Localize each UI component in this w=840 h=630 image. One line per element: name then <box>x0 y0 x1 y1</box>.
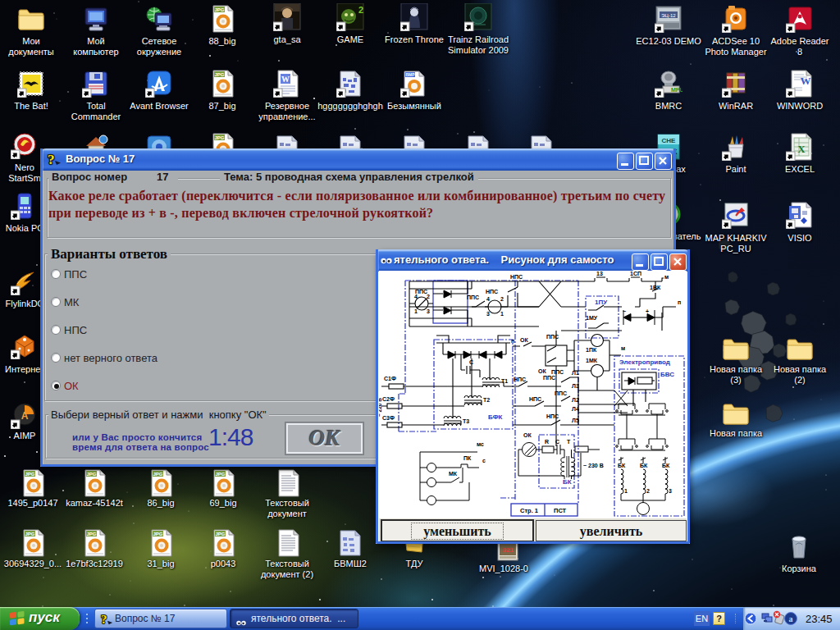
svg-text:1: 1 <box>624 488 628 494</box>
svg-text:+: + <box>646 308 649 314</box>
svg-text:2: 2 <box>427 294 430 299</box>
svg-text:JPG: JPG <box>215 532 225 536</box>
svg-text:2: 2 <box>358 5 363 15</box>
svg-text:13: 13 <box>596 271 603 276</box>
svg-text:БК: БК <box>640 463 648 468</box>
svg-text:Т2: Т2 <box>483 397 490 403</box>
svg-text:м: м <box>621 345 625 351</box>
svg-text:W: W <box>801 75 811 87</box>
svg-text:п: п <box>511 338 514 344</box>
svg-text:Л3: Л3 <box>572 383 579 389</box>
svg-text:НПС: НПС <box>486 289 498 294</box>
svg-text:ПСТ: ПСТ <box>554 507 567 514</box>
svg-text:НПС: НПС <box>510 274 523 280</box>
svg-text:Стр. 1: Стр. 1 <box>520 507 538 514</box>
svg-text:A: A <box>21 410 29 422</box>
svg-text:CHE: CHE <box>662 137 677 144</box>
svg-text:Т: Т <box>567 439 571 445</box>
svg-text:3: 3 <box>427 308 430 314</box>
svg-text:JPG: JPG <box>214 135 224 140</box>
svg-text:JPG: JPG <box>86 472 96 477</box>
svg-text:ППС: ППС <box>555 390 567 396</box>
svg-text:ППС: ППС <box>543 375 555 381</box>
svg-text:С2Ф: С2Ф <box>382 396 395 402</box>
svg-text:−: − <box>623 308 626 314</box>
svg-text:1СП: 1СП <box>630 271 641 276</box>
svg-text:Л5: Л5 <box>572 418 579 423</box>
svg-text:Т3: Т3 <box>463 418 469 424</box>
svg-text:MPU: MPU <box>671 87 682 93</box>
svg-text:JPG: JPG <box>214 7 224 12</box>
svg-text:1ПК: 1ПК <box>586 347 597 353</box>
svg-text:1ВК: 1ВК <box>650 285 661 290</box>
svg-text:C: C <box>555 439 559 445</box>
svg-text:БФК: БФК <box>488 413 502 421</box>
svg-text:С1Ф: С1Ф <box>384 376 396 381</box>
svg-text:JPG: JPG <box>214 72 224 77</box>
svg-text:JPG: JPG <box>86 532 96 536</box>
svg-text:НПС: НПС <box>529 396 541 402</box>
svg-text:Л4: Л4 <box>572 406 579 412</box>
svg-text:321: 321 <box>502 546 514 554</box>
svg-text:JPG: JPG <box>153 532 162 536</box>
svg-text:1МК: 1МК <box>586 358 598 363</box>
svg-text:X: X <box>797 143 806 155</box>
svg-text:1: 1 <box>500 311 504 317</box>
svg-text:JPG: JPG <box>215 472 225 477</box>
svg-text:ППС: ППС <box>551 369 564 375</box>
svg-text:2: 2 <box>500 296 504 302</box>
svg-text:БК: БК <box>662 463 670 468</box>
svg-text:~ 220 В: ~ 220 В <box>379 398 382 417</box>
svg-text:ППС: ППС <box>467 294 479 300</box>
svg-text:3: 3 <box>669 488 672 494</box>
svg-text:2: 2 <box>646 488 650 494</box>
svg-text:BMP: BMP <box>405 72 415 77</box>
svg-text:R: R <box>545 439 549 445</box>
svg-text:4: 4 <box>486 296 490 302</box>
svg-text:?: ? <box>101 613 107 626</box>
svg-text:JPG: JPG <box>25 472 34 477</box>
svg-text:JPG: JPG <box>153 472 162 477</box>
svg-text:мс: мс <box>477 441 484 447</box>
svg-text:м: м <box>664 274 669 280</box>
svg-text:Л1: Л1 <box>572 370 579 376</box>
svg-text:1: 1 <box>414 308 418 314</box>
svg-text:Л2: Л2 <box>572 397 579 403</box>
svg-text:МК: МК <box>449 471 458 477</box>
svg-text:ОК: ОК <box>538 368 546 374</box>
svg-text:БК: БК <box>618 463 626 468</box>
svg-text:3: 3 <box>486 311 490 317</box>
svg-text:?: ? <box>48 152 55 167</box>
svg-text:1МУ: 1МУ <box>586 315 598 321</box>
svg-text:п: п <box>678 299 681 305</box>
svg-text:ППС: ППС <box>546 334 559 340</box>
svg-text:БК: БК <box>563 478 572 486</box>
svg-text:НПС: НПС <box>546 413 559 419</box>
svg-text:4: 4 <box>414 294 418 299</box>
svg-text:W: W <box>281 75 290 84</box>
svg-text:Т1: Т1 <box>501 378 508 384</box>
svg-text:с: с <box>482 458 486 463</box>
svg-text:Электропривод: Электропривод <box>619 358 670 366</box>
svg-text:ЭЦ-12: ЭЦ-12 <box>661 13 676 18</box>
svg-text:~ 230 В: ~ 230 В <box>583 463 604 468</box>
svg-text:БВС: БВС <box>660 371 674 378</box>
svg-text:ОК: ОК <box>523 432 532 438</box>
svg-text:ОК: ОК <box>520 337 528 343</box>
svg-text:ПК: ПК <box>463 455 472 461</box>
svg-text:a: a <box>789 614 793 623</box>
svg-text:С: С <box>469 359 473 365</box>
svg-text:НПС: НПС <box>514 377 526 382</box>
svg-text:JPG: JPG <box>25 532 34 536</box>
svg-text:1ПУ: 1ПУ <box>595 299 608 306</box>
svg-text:С3Ф: С3Ф <box>382 415 395 421</box>
